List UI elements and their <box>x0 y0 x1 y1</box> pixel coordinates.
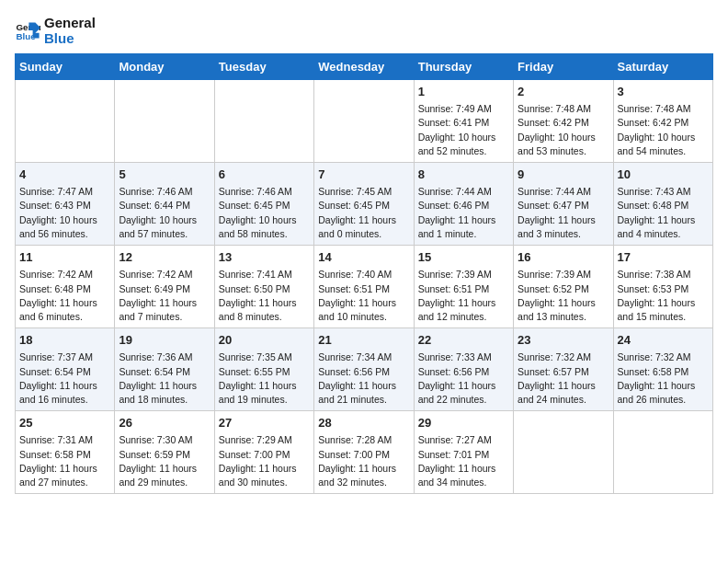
day-info: Sunrise: 7:32 AM Sunset: 6:58 PM Dayligh… <box>618 350 709 407</box>
calendar-week-5: 25Sunrise: 7:31 AM Sunset: 6:58 PM Dayli… <box>16 411 713 494</box>
calendar-cell: 4Sunrise: 7:47 AM Sunset: 6:43 PM Daylig… <box>16 163 115 246</box>
day-number: 7 <box>318 167 409 183</box>
day-info: Sunrise: 7:47 AM Sunset: 6:43 PM Dayligh… <box>19 185 110 241</box>
calendar-cell: 6Sunrise: 7:46 AM Sunset: 6:45 PM Daylig… <box>214 163 313 246</box>
day-info: Sunrise: 7:32 AM Sunset: 6:57 PM Dayligh… <box>518 350 609 407</box>
calendar-cell: 5Sunrise: 7:46 AM Sunset: 6:44 PM Daylig… <box>115 163 214 246</box>
day-info: Sunrise: 7:37 AM Sunset: 6:54 PM Dayligh… <box>19 350 110 407</box>
calendar-header-tuesday: Tuesday <box>214 54 313 80</box>
day-info: Sunrise: 7:39 AM Sunset: 6:51 PM Dayligh… <box>418 268 509 324</box>
day-number: 5 <box>119 167 210 183</box>
day-number: 14 <box>318 249 409 266</box>
calendar-header-friday: Friday <box>514 54 613 80</box>
calendar-header-row: SundayMondayTuesdayWednesdayThursdayFrid… <box>16 54 713 80</box>
calendar-week-4: 18Sunrise: 7:37 AM Sunset: 6:54 PM Dayli… <box>16 328 713 411</box>
calendar-cell: 14Sunrise: 7:40 AM Sunset: 6:51 PM Dayli… <box>314 246 414 328</box>
day-info: Sunrise: 7:46 AM Sunset: 6:44 PM Dayligh… <box>119 185 210 241</box>
day-number: 26 <box>119 415 210 431</box>
logo-general: General <box>44 15 96 30</box>
calendar-cell: 28Sunrise: 7:28 AM Sunset: 7:00 PM Dayli… <box>314 411 414 494</box>
day-number: 4 <box>19 167 110 183</box>
day-number: 10 <box>618 167 709 183</box>
day-number: 15 <box>418 249 509 266</box>
day-number: 12 <box>119 249 210 266</box>
calendar-cell: 17Sunrise: 7:38 AM Sunset: 6:53 PM Dayli… <box>613 246 712 328</box>
day-info: Sunrise: 7:44 AM Sunset: 6:47 PM Dayligh… <box>518 185 609 241</box>
calendar-cell: 13Sunrise: 7:41 AM Sunset: 6:50 PM Dayli… <box>214 246 313 328</box>
day-number: 3 <box>618 84 709 100</box>
day-number: 17 <box>618 249 709 266</box>
day-info: Sunrise: 7:33 AM Sunset: 6:56 PM Dayligh… <box>418 350 509 407</box>
calendar-cell: 23Sunrise: 7:32 AM Sunset: 6:57 PM Dayli… <box>514 328 613 411</box>
calendar-cell: 18Sunrise: 7:37 AM Sunset: 6:54 PM Dayli… <box>16 328 115 411</box>
calendar-cell: 12Sunrise: 7:42 AM Sunset: 6:49 PM Dayli… <box>115 246 214 328</box>
calendar-cell: 22Sunrise: 7:33 AM Sunset: 6:56 PM Dayli… <box>414 328 513 411</box>
calendar-cell <box>115 80 214 163</box>
day-number: 29 <box>418 415 509 431</box>
day-number: 19 <box>119 332 210 349</box>
calendar-cell <box>214 80 313 163</box>
day-number: 18 <box>19 332 110 349</box>
calendar-cell <box>514 411 613 494</box>
logo: General Blue General Blue <box>15 15 96 46</box>
calendar-cell: 2Sunrise: 7:48 AM Sunset: 6:42 PM Daylig… <box>514 80 613 163</box>
calendar-week-1: 1Sunrise: 7:49 AM Sunset: 6:41 PM Daylig… <box>16 80 713 163</box>
day-info: Sunrise: 7:30 AM Sunset: 6:59 PM Dayligh… <box>119 433 210 489</box>
day-number: 27 <box>219 415 310 431</box>
calendar-cell: 11Sunrise: 7:42 AM Sunset: 6:48 PM Dayli… <box>16 246 115 328</box>
calendar-week-2: 4Sunrise: 7:47 AM Sunset: 6:43 PM Daylig… <box>16 163 713 246</box>
day-info: Sunrise: 7:43 AM Sunset: 6:48 PM Dayligh… <box>618 185 709 241</box>
logo-blue: Blue <box>44 30 96 46</box>
day-number: 1 <box>418 84 509 100</box>
day-info: Sunrise: 7:36 AM Sunset: 6:54 PM Dayligh… <box>119 350 210 407</box>
calendar-cell: 20Sunrise: 7:35 AM Sunset: 6:55 PM Dayli… <box>214 328 313 411</box>
day-info: Sunrise: 7:48 AM Sunset: 6:42 PM Dayligh… <box>618 102 709 158</box>
calendar-cell: 10Sunrise: 7:43 AM Sunset: 6:48 PM Dayli… <box>613 163 712 246</box>
day-number: 16 <box>518 249 609 266</box>
day-number: 9 <box>518 167 609 183</box>
calendar-header-thursday: Thursday <box>414 54 513 80</box>
day-number: 25 <box>19 415 110 431</box>
day-info: Sunrise: 7:29 AM Sunset: 7:00 PM Dayligh… <box>219 433 310 489</box>
header: General Blue General Blue <box>15 15 713 46</box>
day-number: 21 <box>318 332 409 349</box>
day-info: Sunrise: 7:45 AM Sunset: 6:45 PM Dayligh… <box>318 185 409 241</box>
calendar-header-saturday: Saturday <box>613 54 712 80</box>
calendar-cell <box>314 80 414 163</box>
calendar-header-wednesday: Wednesday <box>314 54 414 80</box>
calendar-cell: 3Sunrise: 7:48 AM Sunset: 6:42 PM Daylig… <box>613 80 712 163</box>
calendar-cell: 7Sunrise: 7:45 AM Sunset: 6:45 PM Daylig… <box>314 163 414 246</box>
day-number: 23 <box>518 332 609 349</box>
calendar-cell: 27Sunrise: 7:29 AM Sunset: 7:00 PM Dayli… <box>214 411 313 494</box>
day-number: 20 <box>219 332 310 349</box>
day-info: Sunrise: 7:48 AM Sunset: 6:42 PM Dayligh… <box>518 102 609 158</box>
calendar-header-monday: Monday <box>115 54 214 80</box>
day-number: 8 <box>418 167 509 183</box>
day-info: Sunrise: 7:35 AM Sunset: 6:55 PM Dayligh… <box>219 350 310 407</box>
calendar-cell: 9Sunrise: 7:44 AM Sunset: 6:47 PM Daylig… <box>514 163 613 246</box>
calendar-cell: 24Sunrise: 7:32 AM Sunset: 6:58 PM Dayli… <box>613 328 712 411</box>
calendar-cell: 21Sunrise: 7:34 AM Sunset: 6:56 PM Dayli… <box>314 328 414 411</box>
calendar: SundayMondayTuesdayWednesdayThursdayFrid… <box>15 53 713 494</box>
day-number: 24 <box>618 332 709 349</box>
day-info: Sunrise: 7:38 AM Sunset: 6:53 PM Dayligh… <box>618 268 709 324</box>
day-info: Sunrise: 7:44 AM Sunset: 6:46 PM Dayligh… <box>418 185 509 241</box>
day-info: Sunrise: 7:40 AM Sunset: 6:51 PM Dayligh… <box>318 268 409 324</box>
day-info: Sunrise: 7:49 AM Sunset: 6:41 PM Dayligh… <box>418 102 509 158</box>
day-number: 22 <box>418 332 509 349</box>
day-info: Sunrise: 7:46 AM Sunset: 6:45 PM Dayligh… <box>219 185 310 241</box>
day-info: Sunrise: 7:28 AM Sunset: 7:00 PM Dayligh… <box>318 433 409 489</box>
calendar-cell: 25Sunrise: 7:31 AM Sunset: 6:58 PM Dayli… <box>16 411 115 494</box>
calendar-cell: 26Sunrise: 7:30 AM Sunset: 6:59 PM Dayli… <box>115 411 214 494</box>
day-info: Sunrise: 7:39 AM Sunset: 6:52 PM Dayligh… <box>518 268 609 324</box>
day-info: Sunrise: 7:31 AM Sunset: 6:58 PM Dayligh… <box>19 433 110 489</box>
calendar-cell <box>613 411 712 494</box>
calendar-cell: 8Sunrise: 7:44 AM Sunset: 6:46 PM Daylig… <box>414 163 513 246</box>
day-info: Sunrise: 7:42 AM Sunset: 6:48 PM Dayligh… <box>19 268 110 324</box>
calendar-cell: 19Sunrise: 7:36 AM Sunset: 6:54 PM Dayli… <box>115 328 214 411</box>
calendar-cell: 29Sunrise: 7:27 AM Sunset: 7:01 PM Dayli… <box>414 411 513 494</box>
day-number: 2 <box>518 84 609 100</box>
day-number: 6 <box>219 167 310 183</box>
day-info: Sunrise: 7:27 AM Sunset: 7:01 PM Dayligh… <box>418 433 509 489</box>
day-info: Sunrise: 7:42 AM Sunset: 6:49 PM Dayligh… <box>119 268 210 324</box>
